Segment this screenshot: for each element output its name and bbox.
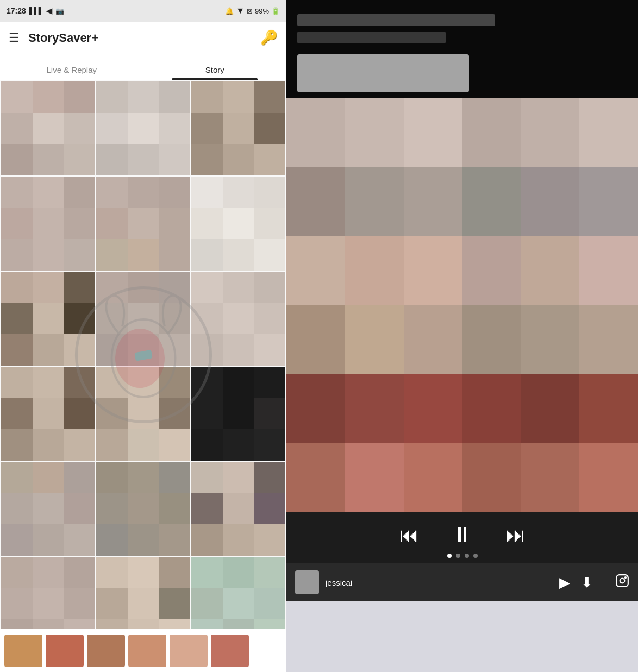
dot-4 xyxy=(473,554,478,558)
signal-strength-icon: ⊠ xyxy=(247,7,253,15)
app-header: ☰ StorySaver+ 🔑 xyxy=(0,22,286,54)
grid-item[interactable] xyxy=(1,367,95,461)
player-controls: ⏮ ⏸ ⏭ xyxy=(399,523,526,547)
prev-button[interactable]: ⏮ xyxy=(399,524,419,547)
grid-item[interactable] xyxy=(1,462,95,556)
right-bottom-strip xyxy=(286,601,638,672)
grid-item[interactable] xyxy=(191,272,285,366)
key-icon[interactable]: 🔑 xyxy=(260,29,278,46)
bottom-thumb-5[interactable] xyxy=(170,635,208,667)
app-title: StorySaver+ xyxy=(28,31,98,45)
dot-2 xyxy=(456,554,460,558)
bottom-thumb-2[interactable] xyxy=(46,635,84,667)
instagram-status-icon: 📷 xyxy=(55,7,64,15)
controls-bar: ⏮ ⏸ ⏭ xyxy=(286,512,638,563)
user-thumbnail xyxy=(295,570,319,594)
svg-rect-4 xyxy=(616,575,628,587)
share-icon[interactable]: ▶ xyxy=(559,574,570,591)
instagram-icon[interactable] xyxy=(615,574,629,592)
svg-point-6 xyxy=(625,576,626,577)
menu-icon[interactable]: ☰ xyxy=(9,31,20,45)
wifi-icon: ▼ xyxy=(236,6,245,16)
dot-3 xyxy=(465,554,469,558)
white-card xyxy=(297,54,469,92)
header-left: ☰ StorySaver+ xyxy=(9,31,98,45)
grid-item[interactable] xyxy=(191,462,285,556)
svg-point-5 xyxy=(620,578,625,583)
status-bar: 17:28 ▌▌▌ ◀ 📷 🔔 ▼ ⊠ 99% 🔋 xyxy=(0,0,286,22)
play-pause-button[interactable]: ⏸ xyxy=(452,523,473,547)
tabs: Live & Replay Story xyxy=(0,54,286,80)
video-area xyxy=(286,0,638,512)
action-icons: ▶ ⬇ xyxy=(559,574,629,592)
tab-live-replay[interactable]: Live & Replay xyxy=(0,65,143,80)
bottom-thumb-4[interactable] xyxy=(128,635,166,667)
grid-item[interactable] xyxy=(96,177,190,271)
battery-label: 99% xyxy=(255,7,269,15)
dots-row xyxy=(447,554,478,558)
bottom-thumb-6[interactable] xyxy=(211,635,249,667)
send-icon: ◀ xyxy=(46,7,52,15)
video-content xyxy=(286,0,638,512)
grid-item[interactable] xyxy=(1,177,95,271)
video-top-dark xyxy=(286,0,638,98)
left-panel: 17:28 ▌▌▌ ◀ 📷 🔔 ▼ ⊠ 99% 🔋 ☰ StorySaver+ … xyxy=(0,0,286,672)
bottom-info-strip: jessicai ▶ ⬇ xyxy=(286,563,638,601)
grid-item[interactable] xyxy=(1,557,95,629)
grid-item[interactable] xyxy=(191,81,285,175)
info-bar-1 xyxy=(297,14,495,26)
tab-story[interactable]: Story xyxy=(143,65,287,80)
bottom-thumb-3[interactable] xyxy=(87,635,125,667)
signal-icon: ▌▌▌ xyxy=(29,7,43,15)
next-button[interactable]: ⏭ xyxy=(506,524,526,547)
dot-1 xyxy=(447,554,452,558)
grid-item[interactable] xyxy=(96,367,190,461)
grid-item[interactable] xyxy=(96,557,190,629)
story-grid[interactable] xyxy=(0,80,286,629)
status-bar-right: 🔔 ▼ ⊠ 99% 🔋 xyxy=(225,6,280,16)
divider xyxy=(604,574,604,591)
battery-icon: 🔋 xyxy=(271,7,280,15)
grid-item[interactable] xyxy=(96,462,190,556)
username-label: jessicai xyxy=(326,578,553,587)
grid-container xyxy=(0,80,286,629)
grid-item[interactable] xyxy=(1,81,95,175)
grid-item[interactable] xyxy=(191,557,285,629)
right-panel: ⏮ ⏸ ⏭ jessicai ▶ ⬇ xyxy=(286,0,638,672)
info-bar-2 xyxy=(297,32,446,43)
grid-item[interactable] xyxy=(96,272,190,366)
grid-item[interactable] xyxy=(191,367,285,461)
time-display: 17:28 xyxy=(7,7,26,15)
notifications-icon: 🔔 xyxy=(225,7,234,15)
grid-item[interactable] xyxy=(1,272,95,366)
grid-item[interactable] xyxy=(191,177,285,271)
download-icon[interactable]: ⬇ xyxy=(581,574,593,591)
video-pixel-main xyxy=(286,98,638,512)
bottom-thumb-1[interactable] xyxy=(4,635,42,667)
bottom-thumbnail-bar xyxy=(0,629,286,672)
status-bar-left: 17:28 ▌▌▌ ◀ 📷 xyxy=(7,7,64,15)
grid-item[interactable] xyxy=(96,81,190,175)
